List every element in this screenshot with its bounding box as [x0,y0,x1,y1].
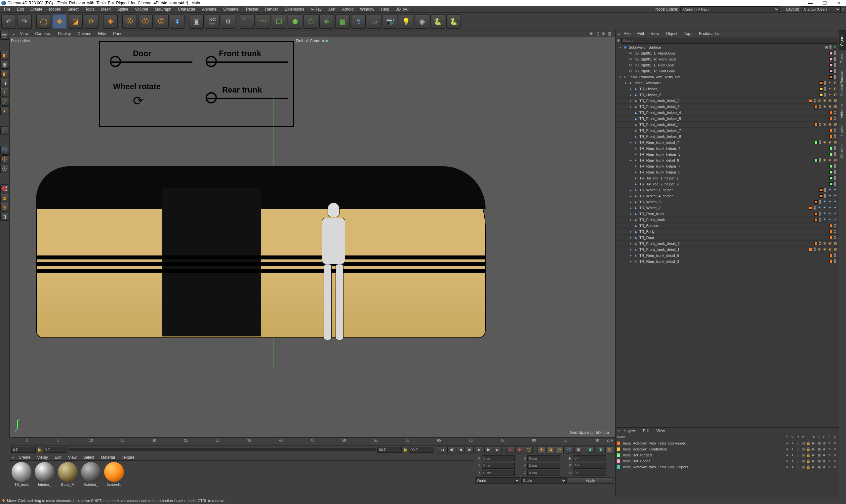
layer-dot[interactable] [829,153,833,156]
rot-p-field[interactable] [573,463,606,469]
live-select-button[interactable]: ◯ [36,14,51,29]
object-name[interactable]: TR_Rear_trunk_helper_7 [639,164,829,168]
object-name[interactable]: TR_Rear_trunk_detail_7 [639,141,814,144]
mat-menu-create[interactable]: Create [15,454,34,461]
layer-flag[interactable]: ✎ [827,447,832,451]
tree-row[interactable]: ▾⊙Tesla_Robovan_with_Tesla_Bot [616,74,839,80]
material-swatch[interactable]: Body_M [57,462,79,496]
layer-dot[interactable] [814,159,817,162]
tab-attributes[interactable]: Attributes [839,100,846,122]
visibility-dots[interactable] [819,200,821,204]
menu-xref[interactable]: Xref [325,6,339,12]
layer-flag[interactable]: ● [790,441,795,445]
object-name[interactable]: TR_Helper_1 [639,87,820,91]
obj-menu-tags[interactable]: Tags [681,31,696,37]
object-name[interactable]: TB_Bip001_R_Foot.Goal [633,69,829,73]
tree-row[interactable]: ▸▲TR_Rear_trunk_detail_7◉◉▩ [616,140,839,145]
layer-dot[interactable] [814,200,817,203]
nodespace-select[interactable]: Current (V-Ray) [680,6,779,12]
menu-arnold[interactable]: Arnold [339,6,357,12]
layer-flag[interactable]: 🔓 [806,447,811,451]
tab-takes[interactable]: Takes [839,50,846,67]
tree-row[interactable]: ⊙TB_Bip001_R_Hand.Goal [616,56,839,62]
expander-icon[interactable]: ▸ [629,248,633,251]
expander-icon[interactable]: ▾ [618,75,622,79]
start-frame-field[interactable] [43,447,68,453]
layer-name[interactable]: Tesla_Bot_Rigged [622,453,785,457]
tree-row[interactable]: ▲TR_Front_trunk_helper_8 [616,133,839,140]
last-tool-button[interactable]: ✥ [103,14,118,29]
layer-flag[interactable]: ● [790,459,795,463]
layer-name[interactable]: Tesla_Bot_Bones [622,459,785,463]
layer-dot[interactable] [814,242,817,245]
render-view-button[interactable]: ▣ [189,14,204,29]
vray-button[interactable]: ◉ [415,14,429,29]
vp-menu-options[interactable]: Options [74,31,94,37]
object-name[interactable]: TR_Front_trunk_detail_2 [639,99,809,103]
layer-dot[interactable] [820,188,823,192]
menu-file[interactable]: File [1,6,14,12]
visibility-dots[interactable] [834,146,836,150]
tree-row[interactable]: ▲TR_Rear_trunk_helper_4 [616,145,839,151]
tab-objects[interactable]: Objects [839,31,846,50]
tag-icon[interactable]: ✦ [833,212,838,216]
vp-menu-panel[interactable]: Panel [110,31,127,37]
layer-row[interactable]: Tesla_Bot_Bones●●▯▤🔓▶▦◆✎✕ [616,458,839,464]
tag-icon[interactable]: ✦ [833,188,838,192]
expander-icon[interactable]: ▸ [629,260,633,263]
tag-icon[interactable]: ✦ [833,194,838,198]
expander-icon[interactable]: ▸ [629,206,633,210]
polys-mode-icon[interactable]: ▲ [0,106,9,115]
tag-icon[interactable]: ▩ [833,247,838,252]
add-spline-button[interactable]: 〰 [256,14,270,29]
layer-flag[interactable]: ✕ [832,465,838,469]
tag-icon[interactable]: ▩ [833,98,838,103]
object-name[interactable]: TR_Front_trunk_detail_4 [639,123,814,127]
tag-icon[interactable]: ● [827,87,832,91]
layer-flag[interactable]: ● [790,447,795,451]
visibility-dots[interactable] [834,259,836,264]
menu-create[interactable]: Create [27,6,46,12]
object-name[interactable]: TR_Wheel_4_helper [639,194,820,198]
object-name[interactable]: TR_Front_trunk_helper_5 [639,117,829,121]
expander-icon[interactable]: ▸ [629,93,633,96]
layer-flag[interactable]: ● [790,453,795,457]
object-name[interactable]: TR_Front_trunk_detail_8 [639,241,814,246]
visibility-dots[interactable] [824,81,826,85]
layer-dot[interactable] [829,111,833,114]
tree-row[interactable]: ▲TR_Tie_rod_1_helper_1 [616,175,839,181]
object-name[interactable]: TR_Tie_rod_1_helper_1 [639,176,829,180]
record-button[interactable]: ● [506,446,514,453]
object-name[interactable]: TR_Front_trunk_detail_3 [639,105,814,109]
tag-icon[interactable]: ◉ [822,122,827,127]
coord-space-select[interactable]: World [475,477,520,484]
layer-flag[interactable]: ▯ [795,459,800,463]
visibility-dots[interactable] [834,57,836,61]
tag-icon[interactable]: ▩ [833,122,838,127]
pla-key-button[interactable]: ▦ [574,446,582,453]
visibility-dots[interactable] [834,164,836,168]
visibility-dots[interactable] [834,170,836,174]
texture-mode-icon[interactable]: ◧ [0,69,9,78]
visibility-dots[interactable] [834,69,836,73]
layout-icon[interactable]: ⤢ [841,7,845,12]
expander-icon[interactable]: ▸ [629,236,633,239]
model-mode-icon[interactable]: ▦ [0,60,9,69]
visibility-dots[interactable] [819,158,821,162]
cp-rear-trunk-slider[interactable] [205,98,288,99]
tag-icon[interactable]: ● [827,92,832,97]
tree-row[interactable]: ▸▲TR_Front_trunk✦✦✦ [616,217,839,223]
size-z-field[interactable] [527,470,560,476]
vp-icon-4[interactable]: ▦ [608,31,611,36]
tag-icon[interactable]: ◉ [822,247,827,252]
object-name[interactable]: TR_Body [639,230,829,234]
layer-dot[interactable] [809,99,812,103]
expander-icon[interactable]: ▸ [629,99,633,103]
layer-flag[interactable]: ● [785,459,790,463]
layer-flag[interactable]: ▦ [816,447,822,451]
layer-flag[interactable]: 🔓 [806,459,811,463]
tag-icon[interactable]: ◉ [822,241,827,246]
autokey-button[interactable]: ◉ [516,446,523,453]
visibility-dots[interactable] [834,134,836,139]
expander-icon[interactable]: ▸ [629,200,633,203]
